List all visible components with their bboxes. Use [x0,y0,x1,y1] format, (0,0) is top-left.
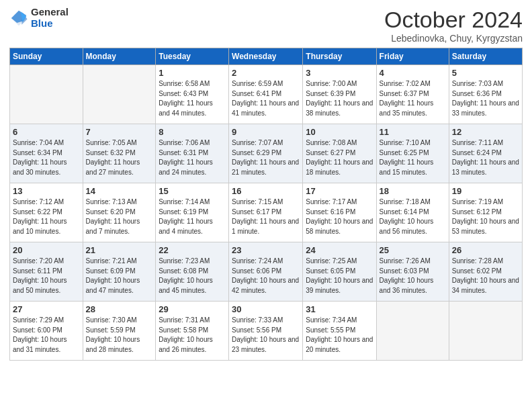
day-number: 31 [306,304,373,314]
day-cell: 21Sunrise: 7:21 AMSunset: 6:09 PMDayligh… [83,242,156,302]
day-number: 27 [13,304,80,314]
logo-icon [9,9,28,28]
week-row-1: 1Sunrise: 6:58 AMSunset: 6:43 PMDaylight… [10,65,523,124]
day-cell: 23Sunrise: 7:24 AMSunset: 6:06 PMDayligh… [229,242,303,302]
day-number: 12 [452,127,519,137]
week-row-5: 27Sunrise: 7:29 AMSunset: 6:00 PMDayligh… [10,302,523,361]
day-info: Sunrise: 7:00 AMSunset: 6:39 PMDaylight:… [306,79,373,118]
day-cell: 11Sunrise: 7:10 AMSunset: 6:25 PMDayligh… [376,124,449,183]
day-number: 22 [159,245,226,255]
title-block: October 2024 Lebedinovka, Chuy, Kyrgyzst… [384,7,523,44]
day-cell: 1Sunrise: 6:58 AMSunset: 6:43 PMDaylight… [156,65,229,124]
day-number: 5 [452,68,519,78]
day-info: Sunrise: 7:04 AMSunset: 6:34 PMDaylight:… [13,138,80,177]
day-info: Sunrise: 7:03 AMSunset: 6:36 PMDaylight:… [452,79,519,118]
day-number: 14 [86,186,153,196]
day-number: 24 [306,245,373,255]
week-row-2: 6Sunrise: 7:04 AMSunset: 6:34 PMDaylight… [10,124,523,183]
day-cell [449,302,522,361]
day-info: Sunrise: 7:34 AMSunset: 5:55 PMDaylight:… [306,316,373,355]
day-number: 28 [86,304,153,314]
day-number: 29 [159,304,226,314]
day-cell: 2Sunrise: 6:59 AMSunset: 6:41 PMDaylight… [229,65,303,124]
day-info: Sunrise: 7:13 AMSunset: 6:20 PMDaylight:… [86,197,153,236]
day-info: Sunrise: 7:23 AMSunset: 6:08 PMDaylight:… [159,257,226,295]
day-cell: 27Sunrise: 7:29 AMSunset: 6:00 PMDayligh… [10,302,83,361]
page-container: General Blue October 2024 Lebedinovka, C… [0,0,532,370]
day-info: Sunrise: 7:06 AMSunset: 6:31 PMDaylight:… [159,138,226,177]
calendar-table: SundayMondayTuesdayWednesdayThursdayFrid… [9,48,523,361]
logo-blue-text: Blue [31,18,69,30]
day-info: Sunrise: 7:11 AMSunset: 6:24 PMDaylight:… [452,138,519,177]
day-info: Sunrise: 7:14 AMSunset: 6:19 PMDaylight:… [159,197,226,236]
day-info: Sunrise: 7:33 AMSunset: 5:56 PMDaylight:… [232,316,300,355]
day-info: Sunrise: 7:12 AMSunset: 6:22 PMDaylight:… [13,197,80,236]
day-number: 25 [380,245,446,255]
day-info: Sunrise: 7:20 AMSunset: 6:11 PMDaylight:… [13,257,80,295]
location: Lebedinovka, Chuy, Kyrgyzstan [384,33,523,44]
day-cell: 29Sunrise: 7:31 AMSunset: 5:58 PMDayligh… [156,302,229,361]
day-info: Sunrise: 7:02 AMSunset: 6:37 PMDaylight:… [380,79,446,118]
day-info: Sunrise: 7:30 AMSunset: 5:59 PMDaylight:… [86,316,153,355]
day-number: 16 [232,186,300,196]
day-number: 30 [232,304,300,314]
day-number: 11 [380,127,446,137]
day-cell: 3Sunrise: 7:00 AMSunset: 6:39 PMDaylight… [303,65,376,124]
day-cell: 25Sunrise: 7:26 AMSunset: 6:03 PMDayligh… [376,242,449,302]
day-info: Sunrise: 7:08 AMSunset: 6:27 PMDaylight:… [306,138,373,177]
month-title: October 2024 [384,7,523,33]
day-header-tuesday: Tuesday [156,48,229,65]
day-number: 18 [380,186,446,196]
day-cell: 10Sunrise: 7:08 AMSunset: 6:27 PMDayligh… [303,124,376,183]
week-row-4: 20Sunrise: 7:20 AMSunset: 6:11 PMDayligh… [10,242,523,302]
day-number: 15 [159,186,226,196]
day-number: 2 [232,68,300,78]
day-cell: 13Sunrise: 7:12 AMSunset: 6:22 PMDayligh… [10,183,83,242]
day-number: 20 [13,245,80,255]
day-number: 7 [86,127,153,137]
day-cell [10,65,83,124]
day-info: Sunrise: 6:59 AMSunset: 6:41 PMDaylight:… [232,79,300,118]
header-row: SundayMondayTuesdayWednesdayThursdayFrid… [10,48,523,65]
day-cell: 22Sunrise: 7:23 AMSunset: 6:08 PMDayligh… [156,242,229,302]
day-info: Sunrise: 7:07 AMSunset: 6:29 PMDaylight:… [232,138,300,177]
day-cell: 19Sunrise: 7:19 AMSunset: 6:12 PMDayligh… [449,183,522,242]
day-header-wednesday: Wednesday [229,48,303,65]
day-cell: 9Sunrise: 7:07 AMSunset: 6:29 PMDaylight… [229,124,303,183]
day-number: 10 [306,127,373,137]
day-info: Sunrise: 6:58 AMSunset: 6:43 PMDaylight:… [159,79,226,118]
day-cell: 20Sunrise: 7:20 AMSunset: 6:11 PMDayligh… [10,242,83,302]
day-number: 13 [13,186,80,196]
day-cell: 4Sunrise: 7:02 AMSunset: 6:37 PMDaylight… [376,65,449,124]
logo-text: General Blue [31,7,69,29]
day-info: Sunrise: 7:24 AMSunset: 6:06 PMDaylight:… [232,257,300,295]
day-number: 1 [159,68,226,78]
day-number: 23 [232,245,300,255]
day-info: Sunrise: 7:10 AMSunset: 6:25 PMDaylight:… [380,138,446,177]
day-header-saturday: Saturday [449,48,522,65]
day-cell: 30Sunrise: 7:33 AMSunset: 5:56 PMDayligh… [229,302,303,361]
day-info: Sunrise: 7:18 AMSunset: 6:14 PMDaylight:… [380,197,446,236]
day-info: Sunrise: 7:26 AMSunset: 6:03 PMDaylight:… [380,257,446,295]
day-info: Sunrise: 7:19 AMSunset: 6:12 PMDaylight:… [452,197,519,236]
day-info: Sunrise: 7:17 AMSunset: 6:16 PMDaylight:… [306,197,373,236]
day-info: Sunrise: 7:15 AMSunset: 6:17 PMDaylight:… [232,197,300,236]
day-cell: 26Sunrise: 7:28 AMSunset: 6:02 PMDayligh… [449,242,522,302]
logo: General Blue [9,7,69,29]
header: General Blue October 2024 Lebedinovka, C… [9,7,523,44]
day-header-sunday: Sunday [10,48,83,65]
day-cell: 28Sunrise: 7:30 AMSunset: 5:59 PMDayligh… [83,302,156,361]
day-cell: 16Sunrise: 7:15 AMSunset: 6:17 PMDayligh… [229,183,303,242]
day-number: 21 [86,245,153,255]
day-cell: 24Sunrise: 7:25 AMSunset: 6:05 PMDayligh… [303,242,376,302]
day-info: Sunrise: 7:28 AMSunset: 6:02 PMDaylight:… [452,257,519,295]
day-info: Sunrise: 7:05 AMSunset: 6:32 PMDaylight:… [86,138,153,177]
week-row-3: 13Sunrise: 7:12 AMSunset: 6:22 PMDayligh… [10,183,523,242]
day-number: 6 [13,127,80,137]
day-cell: 8Sunrise: 7:06 AMSunset: 6:31 PMDaylight… [156,124,229,183]
day-cell: 14Sunrise: 7:13 AMSunset: 6:20 PMDayligh… [83,183,156,242]
day-number: 26 [452,245,519,255]
day-number: 8 [159,127,226,137]
day-cell [376,302,449,361]
day-info: Sunrise: 7:29 AMSunset: 6:00 PMDaylight:… [13,316,80,355]
